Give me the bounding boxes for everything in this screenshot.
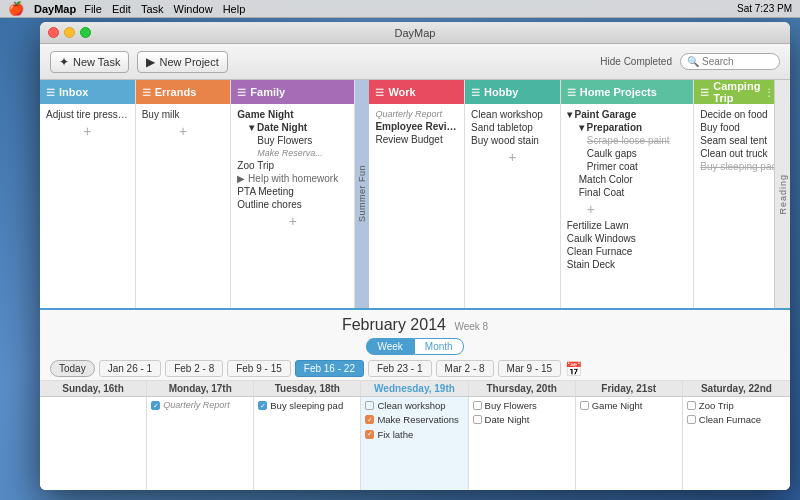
- main-content: ☰ Inbox Adjust tire pressure + ☰ Errands: [40, 80, 790, 490]
- help-menu[interactable]: Help: [223, 3, 246, 15]
- calendar-area: February 2014 Week 8 Week Month Today Ja…: [40, 310, 790, 490]
- new-task-button[interactable]: ✦ New Task: [50, 51, 129, 73]
- add-task-inbox[interactable]: +: [46, 121, 129, 141]
- file-menu[interactable]: File: [84, 3, 102, 15]
- task-item[interactable]: Match Color: [567, 173, 688, 186]
- week-chip-3[interactable]: Feb 16 - 22: [295, 360, 364, 377]
- task-item[interactable]: Employee Review: [375, 120, 458, 133]
- task-item[interactable]: PTA Meeting: [237, 185, 348, 198]
- calendar-title: February 2014: [342, 316, 446, 333]
- app-menu[interactable]: DayMap: [34, 3, 76, 15]
- task-item[interactable]: Buy wood stain: [471, 134, 554, 147]
- errands-label: Errands: [155, 86, 197, 98]
- cal-task[interactable]: ✓ Quarterly Report: [151, 400, 249, 412]
- week-chip-0[interactable]: Jan 26 - 1: [99, 360, 161, 377]
- calendar-day-headers: Sunday, 16th Monday, 17th Tuesday, 18th …: [40, 381, 790, 397]
- family-menu-icon: ☰: [237, 87, 246, 98]
- task-item[interactable]: Zoo Trip: [237, 159, 348, 172]
- task-item[interactable]: Buy Flowers: [237, 134, 348, 147]
- col-header-hobby: ☰ Hobby: [465, 80, 560, 104]
- cal-task[interactable]: Zoo Trip: [687, 400, 786, 412]
- family-body: Game Night ▾ Date Night Buy Flowers Make…: [231, 104, 354, 308]
- today-button[interactable]: Today: [50, 360, 95, 377]
- search-box[interactable]: 🔍: [680, 53, 780, 70]
- task-item[interactable]: Caulk Windows: [567, 232, 688, 245]
- inbox-label: Inbox: [59, 86, 88, 98]
- task-item[interactable]: Clean workshop: [471, 108, 554, 121]
- task-item[interactable]: ▾ Preparation: [567, 121, 688, 134]
- window-menu[interactable]: Window: [174, 3, 213, 15]
- minimize-button[interactable]: [64, 27, 75, 38]
- cal-day-sat: Zoo Trip Clean Furnace: [683, 397, 790, 490]
- day-header-mon: Monday, 17th: [147, 381, 254, 396]
- task-item[interactable]: Final Coat: [567, 186, 688, 199]
- task-item[interactable]: Seam seal tent: [700, 134, 783, 147]
- task-item[interactable]: Clean out truck: [700, 147, 783, 160]
- cal-task[interactable]: ✓ Fix lathe: [365, 429, 463, 441]
- week-chip-5[interactable]: Mar 2 - 8: [436, 360, 494, 377]
- work-body: Quarterly Report Employee Review Review …: [369, 104, 464, 308]
- task-item[interactable]: ▾ Date Night: [237, 121, 348, 134]
- week-toggle-button[interactable]: Week: [366, 338, 413, 355]
- task-item[interactable]: Primer coat: [567, 160, 688, 173]
- cal-task[interactable]: Clean workshop: [365, 400, 463, 412]
- check-icon: [580, 401, 589, 410]
- new-project-button[interactable]: ▶ New Project: [137, 51, 227, 73]
- search-icon: 🔍: [687, 56, 699, 67]
- task-item[interactable]: Buy sleeping pad: [700, 160, 783, 173]
- work-label: Work: [388, 86, 415, 98]
- week-chip-1[interactable]: Feb 2 - 8: [165, 360, 223, 377]
- week-chip-2[interactable]: Feb 9 - 15: [227, 360, 291, 377]
- cal-task[interactable]: Clean Furnace: [687, 414, 786, 426]
- apple-menu[interactable]: 🍎: [8, 1, 24, 16]
- cal-task[interactable]: Buy Flowers: [473, 400, 571, 412]
- task-item[interactable]: Caulk gaps: [567, 147, 688, 160]
- task-menu[interactable]: Task: [141, 3, 164, 15]
- task-item[interactable]: Sand tabletop: [471, 121, 554, 134]
- task-item[interactable]: Quarterly Report: [375, 108, 458, 120]
- summer-fun-text: Summer Fun: [357, 165, 367, 222]
- cal-task[interactable]: ✓ Make Reservations: [365, 414, 463, 426]
- camping-menu-icon: ☰: [700, 87, 709, 98]
- task-item[interactable]: Outline chores: [237, 198, 348, 211]
- add-task-errands[interactable]: +: [142, 121, 225, 141]
- task-item[interactable]: Decide on food: [700, 108, 783, 121]
- add-task-homeprojects[interactable]: +: [567, 199, 688, 219]
- add-task-hobby[interactable]: +: [471, 147, 554, 167]
- add-task-family[interactable]: +: [237, 211, 348, 231]
- task-item[interactable]: ▾ Paint Garage: [567, 108, 688, 121]
- task-item[interactable]: Review Budget: [375, 133, 458, 146]
- cal-task[interactable]: Game Night: [580, 400, 678, 412]
- kanban-col-inbox: ☰ Inbox Adjust tire pressure +: [40, 80, 136, 308]
- month-toggle-button[interactable]: Month: [414, 338, 464, 355]
- task-item[interactable]: Buy food: [700, 121, 783, 134]
- close-button[interactable]: [48, 27, 59, 38]
- task-item[interactable]: Fertilize Lawn: [567, 219, 688, 232]
- task-item[interactable]: Adjust tire pressure: [46, 108, 129, 121]
- week-chip-6[interactable]: Mar 9 - 15: [498, 360, 562, 377]
- cal-task[interactable]: ✓ Buy sleeping pad: [258, 400, 356, 412]
- kanban-col-errands: ☰ Errands Buy milk +: [136, 80, 232, 308]
- cal-day-sun: [40, 397, 147, 490]
- fullscreen-button[interactable]: [80, 27, 91, 38]
- task-item[interactable]: Scrape loose paint: [567, 134, 688, 147]
- calendar-grid: Sunday, 16th Monday, 17th Tuesday, 18th …: [40, 380, 790, 490]
- task-item[interactable]: Buy milk: [142, 108, 225, 121]
- reading-sidebar: Reading: [774, 80, 790, 308]
- edit-menu[interactable]: Edit: [112, 3, 131, 15]
- task-text: Date Night: [485, 414, 571, 426]
- task-item[interactable]: Clean Furnace: [567, 245, 688, 258]
- task-item[interactable]: Game Night: [237, 108, 348, 121]
- cal-task[interactable]: Date Night: [473, 414, 571, 426]
- kanban-col-family: ☰ Family Game Night ▾ Date Night Buy Flo…: [231, 80, 355, 308]
- week-nav: Today Jan 26 - 1 Feb 2 - 8 Feb 9 - 15 Fe…: [40, 357, 790, 380]
- week-chip-4[interactable]: Feb 23 - 1: [368, 360, 432, 377]
- search-input[interactable]: [702, 56, 782, 67]
- hide-completed-button[interactable]: Hide Completed: [600, 56, 672, 67]
- calendar-picker-icon[interactable]: 📅: [565, 361, 582, 377]
- task-item[interactable]: ▶ Help with homework: [237, 172, 348, 185]
- task-item[interactable]: Make Reserva...: [237, 147, 348, 159]
- errands-menu-icon: ☰: [142, 87, 151, 98]
- task-item[interactable]: Stain Deck: [567, 258, 688, 271]
- task-text: Make Reservations: [377, 414, 463, 426]
